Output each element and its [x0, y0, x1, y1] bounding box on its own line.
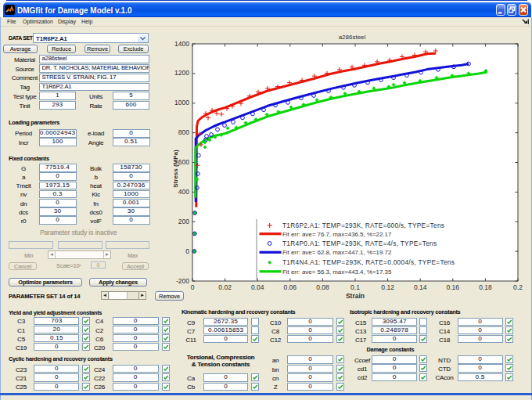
svg-text:a286steel: a286steel [339, 34, 366, 41]
svg-text:0.08: 0.08 [316, 283, 329, 291]
svg-text:Fit err: ave= 76.7, max=436.5,: Fit err: ave= 76.7, max=436.5, %=22.17 [282, 231, 391, 238]
svg-text:0.12: 0.12 [381, 283, 394, 291]
svg-text:0.04: 0.04 [251, 283, 264, 291]
svg-text:Fit err: ave= 62.8, max=447.1,: Fit err: ave= 62.8, max=447.1, %=19.72 [282, 249, 391, 256]
svg-text:0.2: 0.2 [513, 283, 523, 291]
svg-text:0.06: 0.06 [284, 283, 297, 291]
svg-text:0: 0 [191, 283, 195, 291]
svg-text:T1R6P2.A1: TEMP=293K, RATE=600: T1R6P2.A1: TEMP=293K, RATE=600/s, TYPE=T… [282, 222, 444, 229]
svg-text:0: 0 [185, 247, 189, 255]
svg-text:Fit err: ave= 56.3, max=443.4,: Fit err: ave= 56.3, max=443.4, %=17.35 [282, 268, 392, 276]
svg-text:0.02: 0.02 [218, 283, 232, 291]
svg-text:1400: 1400 [174, 40, 189, 48]
svg-text:T1R4P0.A1: TEMP=293K, RATE=4/s: T1R4P0.A1: TEMP=293K, RATE=4/s, TYPE=Ten… [282, 240, 437, 247]
svg-text:800: 800 [178, 128, 189, 136]
svg-text:1000: 1000 [174, 99, 189, 106]
svg-text:Stress (MPa): Stress (MPa) [172, 150, 179, 188]
svg-text:T1R4N4.A1: TEMP=293K, RATE=0.0: T1R4N4.A1: TEMP=293K, RATE=0.0004/s, TYP… [282, 258, 455, 266]
svg-text:0.14: 0.14 [414, 283, 427, 291]
svg-text:600: 600 [178, 158, 189, 166]
svg-text:0.1: 0.1 [350, 283, 360, 291]
svg-text:-200: -200 [176, 277, 189, 285]
svg-text:0.16: 0.16 [447, 283, 460, 291]
svg-text:200: 200 [178, 218, 189, 225]
svg-text:1200: 1200 [174, 69, 189, 77]
svg-text:0.18: 0.18 [479, 283, 492, 291]
svg-text:400: 400 [178, 188, 189, 196]
svg-text:Strain: Strain [346, 292, 365, 300]
